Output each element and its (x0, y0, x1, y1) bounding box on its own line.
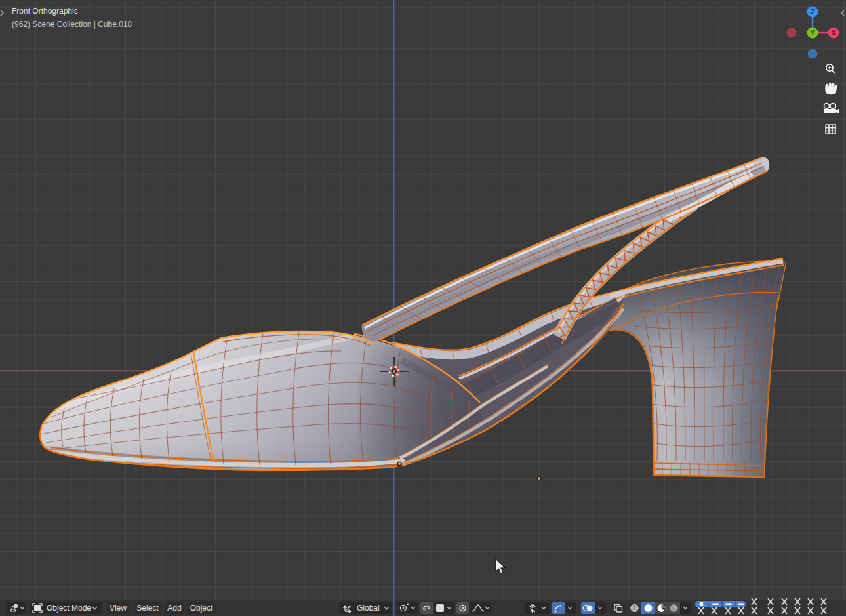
svg-text:Z: Z (811, 9, 815, 16)
svg-text:Global: Global (357, 604, 380, 613)
svg-text:Add: Add (167, 604, 181, 613)
svg-text:Object Mode: Object Mode (47, 604, 91, 613)
svg-text:Select: Select (136, 604, 159, 613)
svg-text:Y: Y (811, 30, 815, 37)
svg-text:X: X (832, 30, 836, 37)
svg-text:View: View (110, 604, 127, 613)
svg-text:Object: Object (190, 604, 213, 613)
